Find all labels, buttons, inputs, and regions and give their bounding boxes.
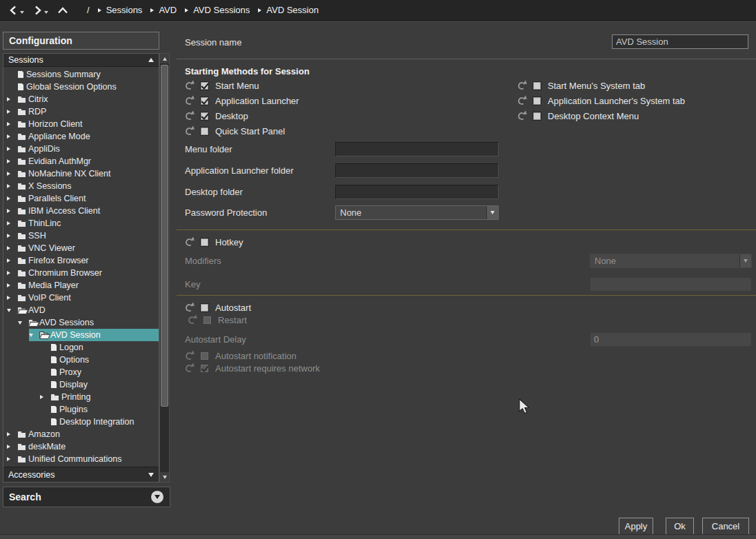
tree-item-ssh[interactable]: SSH [3, 230, 159, 242]
session-name-input[interactable] [612, 34, 748, 49]
expander-icon[interactable] [7, 159, 10, 163]
desktop-context-menu-checkbox[interactable] [533, 112, 541, 121]
tree-item-amazon[interactable]: Amazon [3, 428, 159, 440]
reset-icon[interactable] [185, 303, 194, 312]
sessions-section-header[interactable]: Sessions [3, 54, 159, 67]
tree-item-citrix[interactable]: Citrix [3, 93, 159, 105]
expander-icon[interactable] [7, 97, 10, 101]
reset-icon[interactable] [185, 96, 194, 105]
expander-icon[interactable] [7, 221, 10, 225]
hotkey-checkbox[interactable] [200, 238, 209, 247]
expander-icon[interactable] [7, 258, 10, 263]
quick-start-panel-checkbox[interactable] [200, 127, 209, 136]
tree-item-deskmate[interactable]: deskMate [3, 440, 159, 453]
tree-item-chromium-browser[interactable]: Chromium Browser [3, 267, 159, 279]
tree-item-avd-sessions[interactable]: AVD Sessions [3, 316, 159, 329]
tree-item-desktop-integration[interactable]: Desktop Integration [3, 416, 159, 428]
reset-icon[interactable] [188, 316, 197, 325]
tree-item-firefox-browser[interactable]: Firefox Browser [3, 254, 159, 267]
expander-icon[interactable] [7, 234, 10, 238]
expander-icon[interactable] [40, 395, 43, 399]
search-expand-button[interactable] [150, 490, 164, 504]
expander-icon[interactable] [7, 445, 10, 449]
tree-item-ibm-iaccess-client[interactable]: IBM iAccess Client [3, 205, 159, 217]
accessories-section-header[interactable]: Accessories [3, 467, 159, 482]
cancel-button[interactable]: Cancel [702, 518, 749, 535]
expander-icon[interactable] [7, 209, 10, 213]
scroll-up-button[interactable] [160, 54, 169, 63]
tree-item-media-player[interactable]: Media Player [3, 279, 159, 292]
ok-button[interactable]: Ok [666, 518, 694, 535]
tree-item-applidis[interactable]: AppliDis [3, 143, 159, 155]
up-button[interactable] [57, 6, 69, 15]
reset-icon[interactable] [185, 352, 194, 360]
tree-item-display[interactable]: Display [3, 378, 159, 391]
reset-icon[interactable] [517, 81, 526, 90]
expander-icon[interactable] [7, 110, 10, 114]
scroll-down-button[interactable] [160, 472, 169, 482]
reset-icon[interactable] [185, 364, 194, 373]
application-launcher-system-tab-checkbox[interactable] [533, 96, 541, 105]
expander-icon[interactable] [18, 321, 22, 325]
dropdown-arrow-button[interactable] [486, 206, 498, 219]
breadcrumb-item-avd-session[interactable]: AVD Session [258, 5, 319, 15]
expander-icon[interactable] [7, 309, 11, 312]
tree-item-x-sessions[interactable]: X Sessions [3, 180, 159, 192]
back-button[interactable] [8, 5, 24, 16]
tree-item-global-session-options[interactable]: Global Session Options [3, 81, 159, 93]
expander-icon[interactable] [29, 334, 33, 337]
start-menu-system-tab-checkbox[interactable] [533, 81, 541, 90]
path-root[interactable]: / [87, 5, 90, 15]
expander-icon[interactable] [7, 283, 10, 287]
reset-icon[interactable] [185, 112, 194, 121]
forward-button[interactable] [32, 5, 48, 16]
breadcrumb-item-sessions[interactable]: Sessions [98, 5, 143, 15]
password-protection-dropdown[interactable]: None [335, 205, 499, 220]
tree-item-appliance-mode[interactable]: Appliance Mode [3, 130, 159, 143]
tree-item-options[interactable]: Options [3, 354, 159, 366]
tree-item-parallels-client[interactable]: Parallels Client [3, 192, 159, 205]
expander-icon[interactable] [7, 122, 10, 126]
tree-item-thinlinc[interactable]: ThinLinc [3, 217, 159, 230]
tree-item-voip-client[interactable]: VoIP Client [3, 292, 159, 304]
tree-item-printing[interactable]: Printing [3, 391, 159, 403]
search-section-header[interactable]: Search [3, 487, 170, 507]
reset-icon[interactable] [185, 127, 194, 136]
expander-icon[interactable] [7, 172, 10, 176]
breadcrumb-item-avd-sessions[interactable]: AVD Sessions [185, 5, 250, 15]
tree-item-evidian-authmgr[interactable]: Evidian AuthMgr [3, 155, 159, 167]
expander-icon[interactable] [7, 246, 10, 250]
reset-icon[interactable] [185, 238, 194, 247]
tree-item-logon[interactable]: Logon [3, 341, 159, 354]
tree-item-nomachine-nx-client[interactable]: NoMachine NX Client [3, 167, 159, 180]
autostart-checkbox[interactable] [200, 303, 209, 312]
back-history-dropdown-icon[interactable] [20, 11, 24, 14]
expander-icon[interactable] [7, 184, 10, 188]
expander-icon[interactable] [7, 271, 10, 275]
reset-icon[interactable] [517, 96, 526, 105]
desktop-checkbox[interactable] [200, 112, 209, 121]
expander-icon[interactable] [7, 134, 10, 139]
application-launcher-checkbox[interactable] [200, 96, 209, 105]
expander-icon[interactable] [7, 296, 10, 300]
tree-item-avd[interactable]: AVD [3, 304, 159, 316]
expander-icon[interactable] [7, 147, 10, 151]
tree-item-rdp[interactable]: RDP [3, 105, 159, 118]
tree-item-unified-communications[interactable]: Unified Communications [3, 453, 159, 465]
tree-item-avd-session[interactable]: AVD Session [3, 329, 159, 341]
scrollbar-thumb[interactable] [161, 65, 168, 407]
sidebar-scrollbar[interactable] [159, 53, 170, 482]
reset-icon[interactable] [185, 81, 194, 90]
forward-history-dropdown-icon[interactable] [44, 11, 48, 14]
application-launcher-folder-input[interactable] [335, 163, 499, 178]
start-menu-checkbox[interactable] [200, 81, 209, 90]
apply-button[interactable]: Apply [619, 518, 653, 535]
breadcrumb-item-avd[interactable]: AVD [150, 5, 177, 15]
tree-item-proxy[interactable]: Proxy [3, 366, 159, 378]
expander-icon[interactable] [7, 196, 10, 201]
tree-item-plugins[interactable]: Plugins [3, 403, 159, 416]
menu-folder-input[interactable] [335, 142, 499, 156]
desktop-folder-input[interactable] [335, 185, 499, 199]
expander-icon[interactable] [7, 432, 10, 436]
tree-item-sessions-summary[interactable]: Sessions Summary [3, 68, 159, 81]
